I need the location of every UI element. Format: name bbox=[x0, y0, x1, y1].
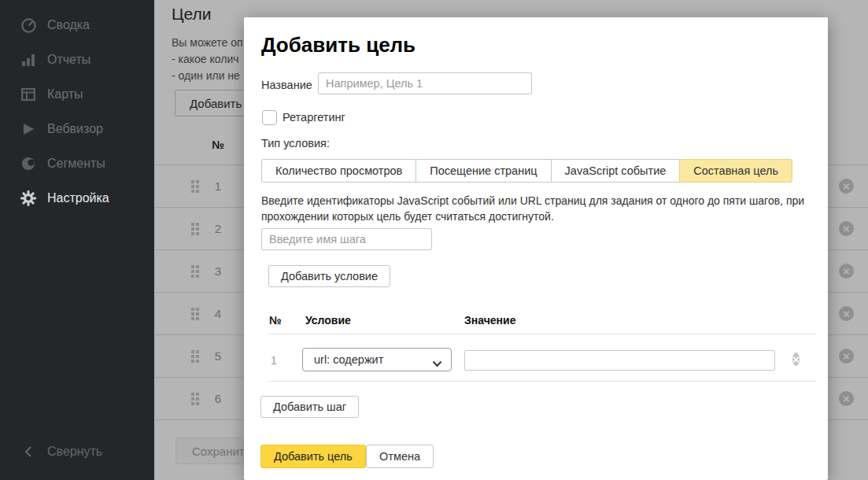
condition-type-tabs: Количество просмотров Посещение страниц … bbox=[261, 159, 792, 183]
add-step-button[interactable]: Добавить шаг bbox=[260, 396, 359, 418]
gauge-icon bbox=[19, 16, 38, 35]
tab-pageviews-count[interactable]: Количество просмотров bbox=[261, 159, 416, 183]
retargeting-label: Ретаргетинг bbox=[283, 111, 345, 124]
sidebar-item-summary[interactable]: Сводка bbox=[0, 8, 154, 42]
condition-row-number: 1 bbox=[271, 354, 277, 367]
gear-icon bbox=[19, 189, 38, 208]
sidebar-collapse-button[interactable]: Свернуть bbox=[0, 434, 154, 469]
sidebar-item-webvisor[interactable]: Вебвизор bbox=[0, 112, 154, 146]
sidebar-item-label: Настройка bbox=[47, 191, 109, 205]
condition-type-label: Тип условия: bbox=[261, 137, 330, 150]
submit-add-goal-button[interactable]: Добавить цель bbox=[260, 445, 366, 468]
tab-composite-goal[interactable]: Составная цель bbox=[679, 159, 792, 183]
add-goal-modal: Добавить цель Название Ретаргетинг Тип у… bbox=[244, 17, 828, 480]
sidebar-item-settings[interactable]: Настройка bbox=[0, 181, 154, 216]
step-name-input[interactable] bbox=[261, 228, 432, 250]
circle-x-icon: × bbox=[792, 353, 800, 366]
modal-title: Добавить цель bbox=[261, 33, 416, 57]
layout-icon bbox=[19, 85, 38, 104]
divider bbox=[268, 381, 816, 382]
tab-page-visits[interactable]: Посещение страниц bbox=[416, 159, 551, 183]
retargeting-checkbox[interactable] bbox=[262, 110, 277, 125]
sidebar-item-reports[interactable]: Отчеты bbox=[0, 42, 154, 77]
divider bbox=[268, 334, 816, 334]
goal-name-label: Название bbox=[261, 79, 312, 91]
bar-chart-icon bbox=[19, 50, 38, 69]
goal-name-input[interactable] bbox=[318, 72, 532, 94]
delete-condition-icon[interactable]: × bbox=[792, 352, 800, 367]
conditions-number-header: № bbox=[269, 314, 282, 327]
condition-select-value: url: содержит bbox=[314, 349, 383, 371]
add-condition-button[interactable]: Добавить условие bbox=[268, 265, 390, 287]
sidebar-collapse-label: Свернуть bbox=[47, 445, 102, 459]
condition-value-input[interactable] bbox=[464, 350, 775, 371]
sidebar-item-maps[interactable]: Карты bbox=[0, 77, 154, 112]
sidebar-item-label: Сводка bbox=[47, 18, 90, 32]
sidebar-item-label: Отчеты bbox=[47, 53, 90, 67]
sidebar-item-label: Сегменты bbox=[47, 157, 105, 171]
sidebar-item-label: Вебвизор bbox=[47, 122, 103, 136]
segments-icon bbox=[19, 154, 38, 173]
sidebar-item-label: Карты bbox=[47, 87, 83, 102]
composite-goal-description: Введите идентификаторы JavaScript событи… bbox=[261, 194, 818, 224]
conditions-value-header: Значение bbox=[464, 314, 515, 327]
play-icon bbox=[19, 120, 38, 138]
tab-javascript-event[interactable]: JavaScript событие bbox=[551, 159, 681, 183]
condition-type-select[interactable]: url: содержит bbox=[302, 348, 452, 371]
chevron-down-icon bbox=[432, 356, 442, 371]
conditions-condition-header: Условие bbox=[305, 314, 351, 327]
sidebar: Сводка Отчеты Карты Вебвизор Сегменты bbox=[0, 0, 154, 480]
sidebar-item-segments[interactable]: Сегменты bbox=[0, 146, 154, 181]
chevron-left-icon bbox=[19, 442, 38, 461]
cancel-button[interactable]: Отмена bbox=[366, 445, 434, 468]
